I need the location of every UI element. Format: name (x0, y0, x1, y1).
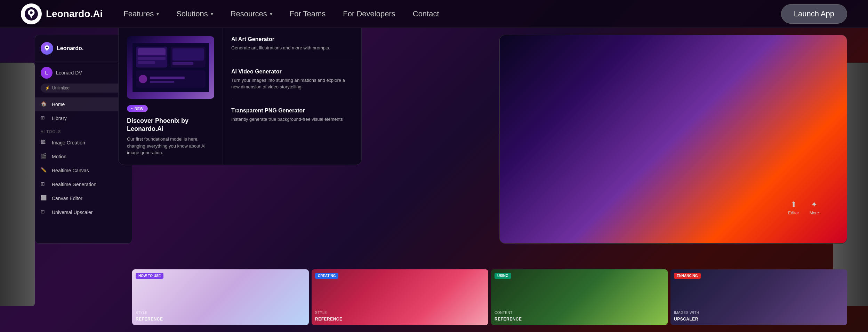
launch-app-button[interactable]: Launch App (781, 4, 847, 24)
thumb-label-bottom-3: REFERENCE (495, 317, 522, 322)
sidebar-item-realtime-generation[interactable]: ⊞ Realtime Generation (35, 177, 132, 191)
ai-tools-label: AI Tools (35, 125, 132, 136)
thumb-label-top-3: CONTENT (495, 311, 513, 315)
nav-for-teams[interactable]: For Teams (290, 9, 326, 18)
thumbnail-strip: How to Use STYLE REFERENCE Creating STYL… (132, 269, 847, 325)
feature-ai-video-title: AI Video Generator (231, 69, 353, 75)
new-badge: NEW (127, 105, 148, 112)
svg-rect-7 (138, 61, 155, 64)
svg-rect-9 (172, 48, 204, 61)
svg-rect-13 (150, 77, 185, 79)
upscaler-icon: ⊡ (41, 209, 48, 216)
thumb-badge-1: How to Use (136, 273, 163, 279)
feature-ai-art-title: AI Art Generator (231, 36, 353, 42)
sidebar-item-universal-upscaler[interactable]: ⊡ Universal Upscaler (35, 205, 132, 219)
toolbar-editor: ⬆ Editor (788, 200, 799, 215)
thumbnail-3[interactable]: Using CONTENT REFERENCE (491, 269, 668, 325)
toolbar-more: ✦ More (810, 200, 819, 215)
library-icon: ⊞ (41, 115, 48, 122)
editor-icon: ⬆ (790, 200, 797, 209)
thumb-label-top-2: STYLE (315, 311, 327, 315)
thumbnail-2[interactable]: Creating STYLE REFERENCE (312, 269, 488, 325)
feature-transparent-png[interactable]: Transparent PNG Generator Instantly gene… (231, 108, 353, 123)
sidebar-item-realtime-canvas[interactable]: ✏️ Realtime Canvas (35, 164, 132, 177)
logo-icon (21, 3, 42, 24)
nav-solutions[interactable]: Solutions ▾ (176, 9, 213, 18)
feature-ai-art[interactable]: AI Art Generator Generate art, illustrat… (231, 36, 353, 52)
thumb-label-bottom-2: REFERENCE (315, 317, 343, 322)
svg-point-1 (30, 11, 33, 14)
feature-ai-art-desc: Generate art, illustrations and more wit… (231, 45, 353, 52)
nav-items: Features ▾ Solutions ▾ Resources ▾ For T… (123, 9, 781, 18)
main-area: Leonardo. L Leonard DV ⚡ Unlimited 🏠 Hom… (0, 28, 868, 332)
svg-rect-14 (150, 81, 174, 83)
dropdown-promo: NEW Discover Phoenix by Leonardo.Ai Our … (119, 28, 223, 165)
sidebar-header: Leonardo. (35, 35, 132, 62)
thumb-label-top-4: IMAGES WITH (674, 311, 699, 315)
svg-rect-10 (172, 62, 193, 65)
divider-1 (231, 60, 353, 60)
promo-title: Discover Phoenix by Leonardo.Ai (127, 117, 214, 133)
image-creation-icon: 🖼 (41, 139, 48, 146)
motion-icon: 🎬 (41, 153, 48, 160)
realtime-canvas-icon: ✏️ (41, 167, 48, 174)
unlimited-badge: ⚡ Unlimited (41, 84, 126, 93)
canvas-editor-icon: ⬜ (41, 195, 48, 202)
resources-chevron: ▾ (270, 11, 272, 17)
nav-resources[interactable]: Resources ▾ (231, 9, 272, 18)
logo-area[interactable]: Leonardo.Ai (21, 3, 103, 24)
promo-image (127, 36, 214, 99)
sidebar-mockup: Leonardo. L Leonard DV ⚡ Unlimited 🏠 Hom… (35, 35, 132, 244)
thumb-label-bottom-1: REFERENCE (136, 317, 163, 322)
sidebar-item-home[interactable]: 🏠 Home (35, 97, 132, 111)
sidebar-brand-name: Leonardo. (57, 45, 83, 52)
svg-point-12 (139, 75, 147, 83)
dropdown-features: AI Art Generator Generate art, illustrat… (223, 28, 361, 165)
screen-toolbar: ⬆ Editor ✦ More (788, 200, 819, 215)
thumb-label-top-1: STYLE (136, 311, 147, 315)
feature-ai-video-desc: Turn your images into stunning animation… (231, 77, 353, 90)
thumb-badge-2: Creating (315, 273, 338, 279)
svg-rect-5 (138, 48, 166, 55)
unlimited-icon: ⚡ (45, 86, 50, 90)
thumb-label-bottom-4: UPSCALER (674, 317, 698, 322)
solutions-chevron: ▾ (211, 11, 213, 17)
brand-name: Leonardo.Ai (46, 8, 103, 19)
thumb-badge-3: Using (495, 273, 511, 279)
more-icon: ✦ (811, 200, 817, 209)
promo-image-inner (127, 36, 214, 99)
features-chevron: ▾ (156, 11, 159, 17)
sidebar-item-image-creation[interactable]: 🖼 Image Creation (35, 136, 132, 150)
user-avatar: L (41, 67, 53, 79)
sidebar-item-library[interactable]: ⊞ Library (35, 111, 132, 125)
features-dropdown: NEW Discover Phoenix by Leonardo.Ai Our … (118, 28, 362, 165)
laptop-edge-left (0, 63, 35, 306)
svg-rect-6 (138, 57, 166, 60)
thumbnail-4[interactable]: Enhancing IMAGES WITH UPSCALER (670, 269, 847, 325)
navbar: Leonardo.Ai Features ▾ Solutions ▾ Resou… (0, 0, 868, 28)
thumbnail-1[interactable]: How to Use STYLE REFERENCE (132, 269, 309, 325)
feature-ai-video[interactable]: AI Video Generator Turn your images into… (231, 69, 353, 90)
home-icon: 🏠 (41, 101, 48, 108)
realtime-gen-icon: ⊞ (41, 181, 48, 188)
nav-for-developers[interactable]: For Developers (343, 9, 395, 18)
feature-transparent-title: Transparent PNG Generator (231, 108, 353, 114)
promo-desc: Our first foundational model is here, ch… (127, 136, 214, 156)
sidebar-item-motion[interactable]: 🎬 Motion (35, 150, 132, 164)
nav-contact[interactable]: Contact (413, 9, 439, 18)
feature-transparent-desc: Instantly generate true background-free … (231, 116, 353, 123)
thumb-badge-4: Enhancing (674, 273, 701, 279)
nav-features[interactable]: Features ▾ (123, 9, 159, 18)
sidebar-brand-avatar (41, 42, 53, 55)
divider-2 (231, 99, 353, 99)
sidebar-item-canvas-editor[interactable]: ⬜ Canvas Editor (35, 191, 132, 205)
svg-point-2 (46, 47, 48, 48)
user-name: Leonard DV (56, 70, 82, 76)
screen-mockup: ⬆ Editor ✦ More (499, 35, 847, 244)
sidebar-user: L Leonard DV (35, 62, 132, 84)
